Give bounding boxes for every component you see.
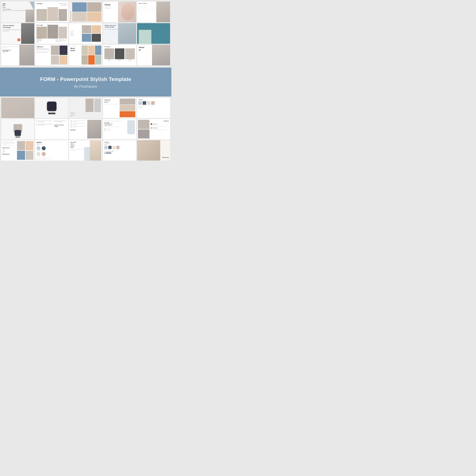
team-dot-4 [120, 61, 120, 61]
pal-hex-2: Adipiscing interdum lorem blandit lorem. [36, 159, 67, 160]
slide-colours-final[interactable]: colours color style used fordesign. Colo… [103, 140, 136, 161]
slide-speaker[interactable] [35, 98, 68, 118]
slide-service[interactable]: 1 Shop title nus saut galegno s lorem ip… [69, 119, 102, 139]
modern-watch-photo [118, 23, 136, 44]
phone-person [85, 99, 93, 112]
slide-form-style[interactable]: Form style Una etoo joomboom modernclean… [35, 23, 68, 44]
slide-palette-main[interactable]: palette color style used fordesign. Colo… [35, 140, 68, 161]
milla-photo [26, 10, 34, 22]
partner-logo-icon-2 [151, 127, 152, 129]
portfolio-img-3 [72, 12, 87, 22]
slide-lorem-shop[interactable]: eum ipsun dolor sit volu, deste the cons… [1, 45, 34, 65]
team-member-1: TINA CHIN [104, 48, 114, 61]
num-item-2: 2. Dacit the saud galegno caret ues lore… [36, 124, 53, 126]
slide-milla[interactable]: Millanas Stylist & Designer Lorem ipsum … [1, 1, 34, 22]
team-title: The team [104, 46, 135, 48]
colour-swatch-3 [147, 101, 151, 105]
partner-desc-1: Elit nius saut galegno caret lorem ipsum… [151, 125, 169, 126]
grid-row-3: eum ipsun dolor sit volu, deste the cons… [1, 45, 170, 65]
colour-item-3: Color Name [147, 101, 151, 106]
brand-img-1 [17, 141, 25, 150]
grid-row-1: Millanas Stylist & Designer Lorem ipsum … [1, 1, 170, 22]
slide-break-time[interactable]: Break time [137, 140, 170, 161]
brand-subdesc: Lorem ipsum dolor sit volutpat deste con… [2, 145, 16, 146]
portfolio-img-4 [87, 12, 102, 22]
slide-colours-top[interactable]: colours Color Name Color Name Color N [137, 98, 170, 118]
cf-circle-2 [104, 153, 105, 153]
mood-img-5 [88, 55, 95, 65]
colour-swatch-2 [143, 101, 146, 105]
app-style-person [90, 140, 102, 161]
team-dot-6 [130, 61, 131, 61]
break-title: Break time [162, 157, 169, 158]
cf-swatch-4: Color Name#d4b8a8 [116, 146, 119, 151]
theapp-desc: Blanit tincidunt lorem ipsum tempus mole… [104, 126, 120, 127]
colours-title: colours [138, 99, 169, 101]
pal-hex: Mauris volutpat dolor sit consectetur od… [36, 158, 67, 158]
milla-name: Millanas [2, 3, 33, 7]
social-dot-2 [4, 7, 4, 8]
mood-img-6 [95, 55, 102, 65]
slide-brand-style[interactable]: Lorem ipsum dolor sit volu deste consect… [1, 140, 34, 161]
clean-photo [21, 23, 34, 44]
slide-theapp[interactable]: Optimal user features and lorem adipisci… [103, 119, 136, 139]
slide-influencer[interactable]: Influencer Elitm morby lorem volutpat te… [35, 45, 68, 65]
num-item-3: 3. Dicta nius saut galegno lorem ipsum s… [54, 120, 67, 123]
slide-portfolio[interactable]: The Portfolio [69, 1, 102, 22]
slide-moodboard[interactable]: minimal design. Moodboard [69, 45, 102, 65]
cf-swatch-1: Color Name#c8d0d8 [104, 146, 108, 151]
shop-checktext: Check outour newonlineShop withall styli… [70, 31, 81, 36]
bottom-grid: By pixasquareform modernclean creativede… [0, 97, 171, 163]
teal-foot-photo [139, 30, 151, 44]
social-dot-3 [5, 7, 6, 8]
influencer-subdesc: Blanit tincidunt enim tempus molestie, v… [36, 51, 50, 53]
partner-logo-1: Pixasquare [151, 123, 169, 125]
slide-modern-service[interactable]: Modern cleanand minimaldesign. Blanit ti… [103, 98, 136, 118]
brand-img-3 [17, 151, 25, 160]
slide-speaker-solo[interactable] [1, 119, 34, 139]
phone-device [94, 99, 101, 112]
slide-partners[interactable]: Partners Pixasquare Elit nius saut galeg… [137, 119, 170, 139]
team-avatar-3 [125, 48, 135, 59]
team-name-3: WILLA BRIDGE [125, 60, 135, 60]
cf-circle-1 [104, 151, 105, 152]
partners-title: Partners [164, 120, 169, 122]
slide-modern-watch[interactable]: Modern clean andminimal design. Lorem ip… [103, 23, 136, 44]
slide-app-style-main[interactable]: App style Modernclean andminimaldesign. … [69, 140, 102, 161]
colour-label-3: Color Name [147, 105, 150, 106]
slide-shop[interactable]: Check outour newonlineShop withall styli… [69, 23, 102, 44]
bottom-grid-row-1: By pixasquareform modernclean creativede… [1, 98, 170, 118]
colour-item-1: Color Name [138, 101, 142, 106]
mood-img-2 [88, 46, 95, 55]
colour-hex-info: RGB 221 231 236CMYK 98 36 39 01HEX #DDE7… [138, 106, 169, 109]
colour-swatch-4 [151, 101, 155, 105]
inf-img-4 [60, 55, 68, 65]
slide-form-main[interactable]: Form. minimal and cleantemplate design. [103, 1, 136, 22]
pal-swatch-2: Color Name [42, 146, 46, 151]
slide-clean-minimal[interactable]: Clean & minimalnew design. Amet ut eros … [1, 23, 34, 44]
slide-about-us[interactable]: Aboutus [137, 45, 170, 65]
form-girl [121, 4, 134, 20]
clean-orange-dot [17, 38, 20, 41]
slide-concept[interactable]: Concept Clean & minimalnew design. Mauri… [35, 1, 68, 22]
service-item-3: 3 Galegno lorem blandit tempus ipsum sit… [70, 126, 86, 128]
partner-logo-icon-1 [151, 123, 152, 125]
slide-teal[interactable] [137, 23, 170, 44]
colour-label-4: Color Name [152, 105, 154, 106]
team-avatar-1 [104, 48, 114, 59]
grid-row-2: Clean & minimalnew design. Amet ut eros … [1, 23, 170, 44]
colours-final-title: colours [104, 141, 135, 143]
colour-label-1: Color Name [139, 105, 142, 106]
speaker-watch [48, 113, 55, 114]
slide-phone-hand[interactable]: By pixasquareform modernclean creativede… [69, 98, 102, 118]
slide-numbering[interactable]: 1. Dicta nius saut galegno s caret ues v… [35, 119, 68, 139]
inf-img-2 [60, 46, 68, 55]
banner-subtitle: By PixaSquare [3, 85, 168, 88]
influencer-desc: Elitm morby lorem volutpat tempor molest… [36, 48, 50, 51]
slide-team[interactable]: The team TINA CHIN JOHN DOWI [103, 45, 136, 65]
about-us-photo [152, 45, 170, 65]
slide-boy[interactable] [1, 98, 34, 118]
portfolio-img-1 [72, 2, 87, 12]
slide-toc[interactable]: Table of content 01Introduction 02Concep… [137, 1, 170, 22]
speaker-product-stack [2, 130, 33, 138]
